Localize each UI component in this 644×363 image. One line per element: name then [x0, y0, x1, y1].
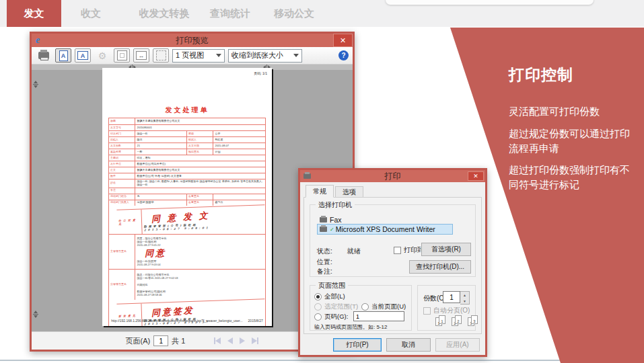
- range-pages-radio[interactable]: 页码(G):: [314, 313, 348, 321]
- help-icon[interactable]: ?: [338, 50, 349, 61]
- collate-checkbox[interactable]: 自动分页(O): [423, 306, 470, 315]
- dialog-close-button[interactable]: ✕: [468, 171, 484, 181]
- location-label: 位置:: [317, 257, 332, 267]
- nav-tab-5[interactable]: 移动公文: [261, 0, 327, 27]
- tab-options[interactable]: 选项: [335, 186, 363, 198]
- portrait-button[interactable]: A: [55, 48, 71, 63]
- tab-general[interactable]: 常规: [306, 185, 334, 198]
- collate-page-pair: 22: [452, 315, 462, 326]
- range-current-radio[interactable]: 当前页面(U): [361, 302, 406, 311]
- doc-cell-value: 一般: [135, 149, 187, 155]
- page-input[interactable]: [153, 335, 168, 346]
- doc-cell-label: 抄送: [109, 179, 135, 188]
- doc-cell-label: 分管领导意见: [109, 270, 135, 300]
- doc-cell-label: 发往单位: [109, 161, 135, 167]
- doc-cell-value: [135, 188, 265, 194]
- margins-button[interactable]: [114, 48, 130, 63]
- doc-cell-label: 发文日期: [187, 143, 213, 149]
- doc-cell-value: 综合一处, 综合二处, 勘察院·人事处, 运营部和财务处 综合管理部办公室 党群…: [135, 179, 265, 188]
- page-setup-button[interactable]: ⚙: [94, 48, 110, 63]
- approval-note: 同意，报分公司领导审批 综合一处/陈松柏 2015-08-27 9:05:22: [137, 237, 166, 247]
- doc-cell-value: 同意，报分公司领导审批 综合一处/陈松柏 2015-08-27 9:05:22同…: [135, 235, 265, 269]
- checkbox-icon: [394, 247, 401, 254]
- copies-group: 份数(C): 1 ▲ ▼ 自动分页(O) 112233: [417, 285, 476, 331]
- panel-point: 灵活配置可打印份数: [509, 104, 638, 119]
- nav-tab-4[interactable]: 查询统计: [197, 0, 263, 27]
- find-printer-button[interactable]: 查找打印机(D)...: [409, 260, 471, 274]
- previous-page-icon[interactable]: [227, 337, 233, 344]
- default-printer-check-icon: ✓: [330, 227, 334, 233]
- printer-item[interactable]: ✓Microsoft XPS Document Writer: [317, 224, 453, 235]
- landscape-icon: A: [77, 51, 88, 60]
- comment-label: 备注:: [317, 267, 332, 276]
- print-button[interactable]: [36, 48, 52, 63]
- doc-row: 发往单位勘测单位(公司以外单位): [109, 161, 265, 167]
- fit-width-button[interactable]: ↔: [133, 48, 149, 63]
- doc-row: 印发部门综合一处密级公开: [109, 130, 265, 136]
- doc-cell-label: 标题: [109, 118, 135, 124]
- doc-cell-label: 拟稿人: [109, 137, 135, 143]
- scale-select[interactable]: 收缩到纸张大小: [228, 49, 302, 63]
- landscape-button[interactable]: A: [75, 48, 91, 63]
- top-margin-handle[interactable]: [33, 81, 38, 88]
- range-pages-input[interactable]: [353, 311, 404, 321]
- doc-cell-label: 备注: [109, 188, 135, 194]
- dialog-titlebar[interactable]: 打印 ✕: [300, 170, 485, 182]
- panel-point: 超过规定份数可以通过打印流程再申请: [509, 126, 638, 156]
- doc-cell-label: 主题词: [109, 155, 135, 161]
- doc-cell-label: 主管领导意见: [109, 235, 135, 269]
- nav-tab-1[interactable]: 发文: [7, 0, 61, 27]
- doc-cell-label: 发文字号: [109, 125, 135, 130]
- doc-row: 紧急程度一般预拟意见计划: [109, 149, 265, 155]
- headers-button[interactable]: [153, 48, 169, 63]
- preview-close-button[interactable]: ✕: [333, 34, 353, 47]
- range-hint: 输入页码或页面范围。如: 5-12: [314, 323, 387, 331]
- print-confirm-button[interactable]: 打印(P): [333, 338, 382, 352]
- doc-row: 流转部门经办无会签意见: [109, 194, 265, 200]
- last-page-icon[interactable]: [252, 337, 258, 344]
- view-select[interactable]: 1 页视图: [172, 49, 225, 63]
- radio-icon: [314, 303, 322, 311]
- approval-note: 综合一处/刘胜军 2015-08-27 9:03:04: [137, 259, 160, 266]
- checkbox-icon: [423, 307, 431, 315]
- spin-down-icon[interactable]: ▼: [460, 298, 469, 304]
- range-all-radio[interactable]: 全部(L): [314, 292, 345, 301]
- gear-icon: ⚙: [98, 50, 107, 61]
- preview-titlebar[interactable]: e 打印预览 ✕: [32, 34, 353, 47]
- print-dialog: 打印 ✕ 常规 选项 选择打印机 Fax✓Microsoft XPS Docum…: [298, 168, 487, 357]
- doc-row: 办公室意见同 意 发 文勘测审管部(公司)陈松柏 2015-08-27 9:08…: [116, 204, 265, 235]
- doc-row: 标题新疆天丰建设集团有限责任公司发文: [109, 118, 265, 124]
- margins-icon: [117, 50, 127, 61]
- select-printer-label: 选择打印机: [316, 200, 355, 210]
- range-selection-radio[interactable]: 选定范围(T): [314, 302, 358, 311]
- doc-cell-value: 21: [135, 143, 187, 149]
- doc-cell-value: 2015080001: [135, 125, 265, 130]
- doc-row: 正文新疆天丰建设集团有限责任公司发文: [109, 167, 265, 173]
- portrait-icon: A: [59, 50, 68, 61]
- preview-title: 打印预览: [32, 35, 353, 46]
- dialog-title: 打印: [300, 171, 485, 182]
- copies-stepper[interactable]: 1 ▲ ▼: [443, 291, 470, 305]
- doc-cell-value: 勘测单位(公司以外单位): [135, 161, 265, 167]
- cancel-button[interactable]: 取消: [386, 338, 431, 352]
- doc-cell-label: 会签意见: [187, 200, 213, 206]
- spin-up-icon[interactable]: ▲: [460, 292, 469, 298]
- doc-cell-value: [213, 194, 265, 200]
- tab-panel: 选择打印机 Fax✓Microsoft XPS Document Writer …: [303, 197, 482, 334]
- nav-tab-2[interactable]: 收文: [67, 0, 114, 27]
- copies-value[interactable]: 1: [443, 291, 460, 303]
- bottom-margin-handle[interactable]: [33, 311, 38, 318]
- radio-icon: [361, 303, 369, 311]
- doc-row: 附件勘测单位(公司·审考·运营部) 发文答复: [109, 173, 265, 179]
- next-page-icon[interactable]: [240, 337, 245, 344]
- first-page-icon[interactable]: [214, 337, 221, 344]
- nav-tab-3[interactable]: 收发文转换: [123, 0, 205, 27]
- apply-button[interactable]: 应用(A): [435, 338, 480, 352]
- doc-cell-label: 预拟意见: [187, 149, 213, 155]
- panel-title: 打印控制: [509, 65, 638, 85]
- doc-cell-label: 会签意见: [187, 194, 213, 200]
- page-nav: [214, 337, 258, 344]
- collate-page-pair: 33: [468, 315, 478, 326]
- preferences-button[interactable]: 首选项(R): [421, 243, 471, 256]
- browser-bar-remnant: [386, 0, 594, 5]
